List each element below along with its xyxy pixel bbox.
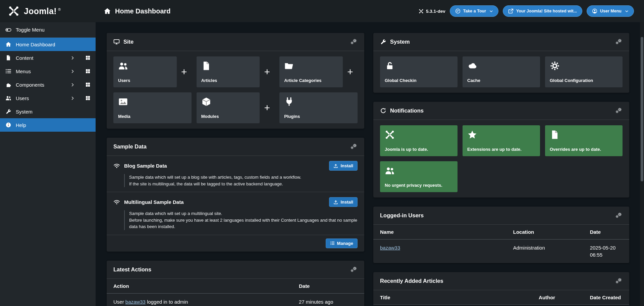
refresh-icon: [380, 107, 386, 114]
system-tile-global-configuration[interactable]: Global Configuration: [545, 56, 623, 87]
system-tile-global-checkin[interactable]: Global Checkin: [380, 56, 458, 87]
card-title: System: [390, 39, 410, 45]
tile-label: Joomla is up to date.: [385, 147, 453, 152]
tile-label: Plugins: [284, 114, 353, 119]
table-row: bazaw33 Administration 2025-05-20 06:55: [373, 239, 629, 263]
sidebar-item-system[interactable]: System: [0, 105, 96, 118]
logged-in-users-card-header: Logged-in Users: [373, 207, 629, 225]
install-multilingual-sample-button[interactable]: Install: [329, 197, 358, 207]
sample-data-card: Sample Data Blog Sample Data Install Sam…: [107, 138, 364, 252]
sidebar-item-toggle-menu[interactable]: Toggle Menu: [0, 22, 96, 38]
hosted-site-button[interactable]: Your Joomla! Site hosted wit...: [503, 5, 582, 17]
recently-added-articles-table: Title Author Date Created: [373, 290, 629, 305]
site-card-options-button[interactable]: [350, 38, 358, 46]
site-tile-users[interactable]: Users: [113, 56, 177, 87]
table-row: User bazaw33 logged in to admin 27 minut…: [107, 293, 364, 306]
file-icon: [550, 130, 560, 140]
hosted-site-label: Your Joomla! Site hosted wit...: [516, 9, 577, 13]
notification-overrides-up-to-date[interactable]: Overrides are up to date.: [545, 125, 623, 156]
menus-dashboard-button[interactable]: [80, 64, 96, 78]
sidebar-item-label: Users: [16, 95, 29, 101]
toggle-menu-target[interactable]: Toggle Menu: [0, 22, 96, 37]
sidebar-item-home-dashboard[interactable]: Home Dashboard: [0, 38, 96, 51]
card-title: Logged-in Users: [380, 212, 424, 219]
recently-added-articles-card-options-button[interactable]: [615, 277, 623, 285]
sidebar-item-label: Menus: [16, 69, 31, 74]
gear-icon: [550, 61, 560, 71]
unlock-icon: [385, 61, 395, 71]
tile-cell: Media: [113, 92, 192, 123]
chevron-right-icon: [70, 83, 75, 87]
system-card-options-button[interactable]: [615, 38, 623, 46]
manage-button[interactable]: Manage: [326, 238, 358, 248]
add-category-button[interactable]: +: [343, 56, 358, 87]
latest-actions-card-header: Latest Actions: [107, 261, 364, 279]
sidebar-item-users[interactable]: Users: [0, 91, 80, 105]
cube-icon: [201, 97, 211, 107]
add-module-button[interactable]: +: [260, 92, 274, 123]
sidebar-item-label: Components: [16, 82, 44, 88]
components-dashboard-button[interactable]: [80, 78, 96, 91]
grid-icon: [85, 69, 91, 74]
tile-cell: Joomla is up to date.: [380, 125, 458, 156]
user-circle-icon: [592, 8, 597, 14]
system-card: System Global Checkin Cache: [373, 33, 629, 93]
action-text: User: [113, 299, 125, 305]
notification-privacy-requests[interactable]: No urgent privacy requests.: [380, 161, 458, 192]
site-tile-media[interactable]: Media: [113, 92, 192, 123]
page-title-text: Home Dashboard: [115, 7, 171, 15]
topbar-right: 5.3.1-dev Take a Tour Your Joomla! Site …: [419, 5, 644, 17]
system-target[interactable]: System: [0, 105, 96, 118]
external-link-icon: [508, 8, 514, 14]
joomla-logo-icon: [8, 5, 19, 17]
description-line: If the site is multilingual, the data wi…: [129, 181, 358, 187]
logged-in-users-card-options-button[interactable]: [615, 212, 623, 219]
content-dashboard-button[interactable]: [80, 51, 96, 64]
sidebar-item-label: Home Dashboard: [16, 42, 55, 47]
sample-data-footer: Manage: [107, 235, 364, 252]
add-user-button[interactable]: +: [177, 56, 192, 87]
sidebar-item-help[interactable]: Help: [0, 118, 96, 132]
puzzle-icon: [5, 82, 11, 88]
help-target[interactable]: Help: [0, 118, 96, 132]
latest-actions-card-options-button[interactable]: [350, 266, 358, 273]
tile-label: Modules: [201, 114, 255, 119]
sample-data-name: Multilingual Sample Data: [124, 199, 325, 205]
sidebar-item-components[interactable]: Components: [0, 78, 80, 91]
user-link[interactable]: bazaw33: [380, 245, 400, 251]
user-menu-button[interactable]: User Menu: [587, 5, 634, 17]
brand-text: Joomla!: [24, 6, 57, 16]
home-dashboard-target[interactable]: Home Dashboard: [0, 38, 96, 51]
tile-cell: No urgent privacy requests.: [380, 161, 458, 192]
take-a-tour-button[interactable]: Take a Tour: [450, 5, 498, 17]
notification-extensions-up-to-date[interactable]: Extensions are up to date.: [463, 125, 540, 156]
column-header-date: Date: [292, 279, 364, 294]
system-tile-cache[interactable]: Cache: [463, 56, 540, 87]
joomla-version-icon: [419, 9, 424, 14]
users-dashboard-button[interactable]: [80, 91, 96, 105]
joomla-brand[interactable]: Joomla! ®: [0, 5, 96, 17]
left-column: Site Users + Articles: [107, 33, 364, 306]
sidebar-item-content[interactable]: Content: [0, 51, 80, 64]
user-link[interactable]: bazaw33: [125, 299, 146, 305]
sample-data-card-options-button[interactable]: [350, 143, 358, 150]
page-scrollbar[interactable]: [640, 22, 644, 306]
scrollbar-thumb[interactable]: [641, 37, 643, 181]
install-blog-sample-button[interactable]: Install: [329, 161, 358, 171]
site-tile-plugins[interactable]: Plugins: [279, 92, 358, 123]
gears-icon: [615, 107, 622, 114]
sidebar-item-menus[interactable]: Menus: [0, 64, 80, 78]
sidebar-row-components: Components: [0, 78, 96, 91]
notifications-card-options-button[interactable]: [615, 107, 623, 115]
site-tile-article-categories[interactable]: Article Categories: [279, 56, 343, 87]
joomla-icon: [385, 130, 395, 140]
name-cell: bazaw33: [373, 239, 506, 263]
tile-label: No urgent privacy requests.: [385, 183, 453, 188]
site-tile-articles[interactable]: Articles: [197, 56, 260, 87]
chevron-right-icon: [70, 69, 75, 74]
cloud-icon: [467, 61, 477, 71]
notification-joomla-up-to-date[interactable]: Joomla is up to date.: [380, 125, 458, 156]
add-article-button[interactable]: +: [260, 56, 274, 87]
site-tile-modules[interactable]: Modules: [197, 92, 260, 123]
upload-icon: [333, 164, 338, 168]
